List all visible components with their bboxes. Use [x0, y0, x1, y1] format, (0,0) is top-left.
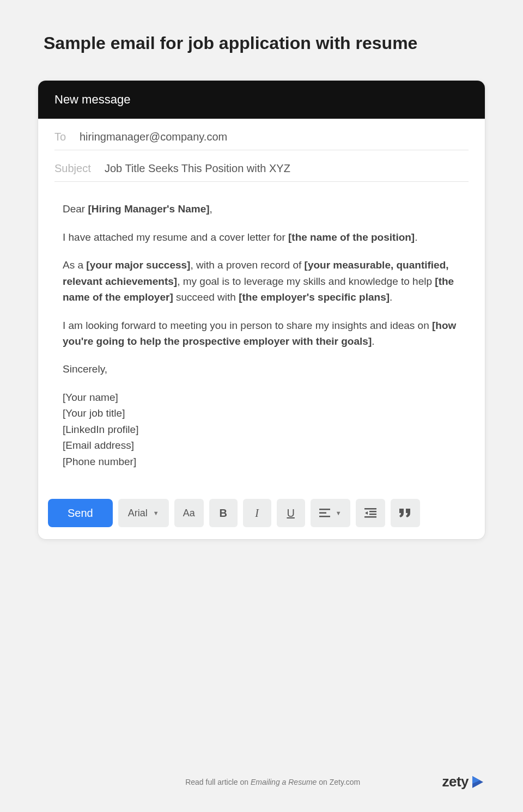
paragraph-1: I have attached my resume and a cover le…: [63, 229, 460, 245]
align-button[interactable]: ▼: [311, 499, 350, 527]
svg-rect-5: [369, 514, 376, 515]
toolbar: Send Arial ▼ Aa B I U ▼: [38, 491, 485, 539]
svg-rect-4: [369, 511, 376, 512]
subject-input[interactable]: Job Title Seeks This Position with XYZ: [105, 162, 469, 175]
svg-rect-2: [319, 516, 330, 517]
underline-button[interactable]: U: [277, 499, 305, 527]
signature-block: [Your name] [Your job title] [LinkedIn p…: [63, 389, 460, 469]
compose-header: New message: [38, 81, 485, 119]
bold-button[interactable]: B: [209, 499, 238, 527]
font-size-button[interactable]: Aa: [174, 499, 204, 527]
to-input[interactable]: hiringmanager@company.com: [80, 131, 469, 143]
indent-button[interactable]: [356, 499, 385, 527]
svg-rect-3: [364, 508, 376, 510]
quote-icon: [399, 509, 411, 517]
chevron-down-icon: ▼: [336, 510, 342, 516]
greeting-line: Dear [Hiring Manager's Name],: [63, 201, 460, 217]
italic-button[interactable]: I: [243, 499, 271, 527]
chevron-down-icon: ▼: [153, 510, 159, 516]
footer-link[interactable]: Emailing a Resume: [251, 778, 317, 786]
quote-button[interactable]: [391, 499, 420, 527]
subject-label: Subject: [54, 162, 95, 175]
indent-decrease-icon: [364, 508, 376, 518]
email-body[interactable]: Dear [Hiring Manager's Name], I have att…: [38, 182, 485, 491]
svg-rect-0: [319, 509, 330, 510]
to-label: To: [54, 131, 70, 143]
footer-text: Read full article on Emailing a Resume o…: [104, 778, 442, 786]
font-family-select[interactable]: Arial ▼: [118, 499, 169, 527]
compose-window: New message To hiringmanager@company.com…: [38, 81, 485, 539]
page-title: Sample email for job application with re…: [44, 33, 479, 53]
paragraph-3: I am looking forward to meeting you in p…: [63, 318, 460, 350]
to-field-row: To hiringmanager@company.com: [54, 119, 469, 150]
svg-rect-6: [364, 516, 376, 518]
align-left-icon: [319, 509, 330, 517]
subject-field-row: Subject Job Title Seeks This Position wi…: [54, 150, 469, 182]
svg-rect-1: [319, 512, 326, 514]
svg-marker-7: [365, 511, 368, 515]
footer: Read full article on Emailing a Resume o…: [0, 773, 523, 790]
zety-logo: zety: [442, 773, 485, 790]
signoff: Sincerely,: [63, 361, 460, 377]
send-button[interactable]: Send: [48, 499, 113, 527]
paragraph-2: As a [your major success], with a proven…: [63, 257, 460, 305]
play-icon: [471, 775, 485, 789]
